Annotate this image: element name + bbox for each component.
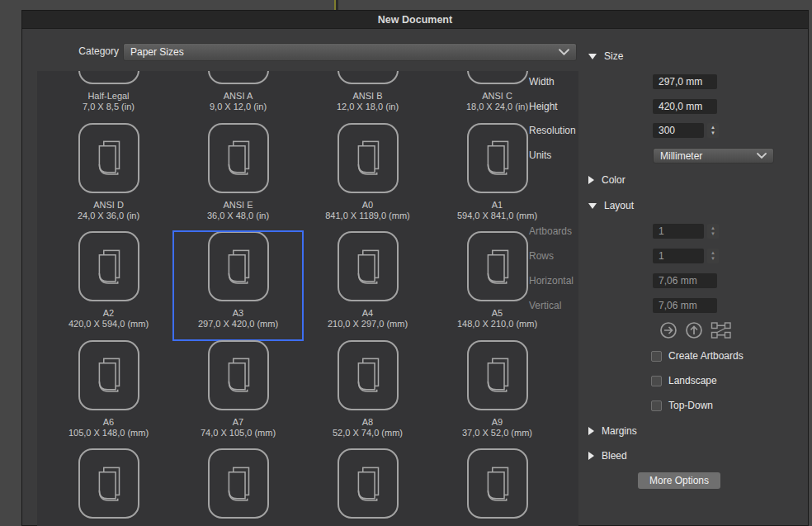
paper-size-dims: 52,0 X 74,0 (mm)	[303, 428, 432, 438]
landscape-checkbox[interactable]	[651, 376, 662, 386]
paper-size-item-ansi-d[interactable]: ANSI D 24,0 X 36,0 (in)	[44, 123, 173, 232]
paper-icon	[78, 123, 139, 193]
paper-size-name: A9	[432, 417, 562, 428]
grid-row: A2 420,0 X 594,0 (mm) A3 297,0 X 420,0 (…	[37, 231, 578, 340]
resolution-field[interactable]: 300	[653, 123, 704, 138]
artboards-stepper[interactable]: ▲▼	[707, 224, 719, 239]
paper-icon	[338, 340, 399, 410]
paper-icon	[467, 340, 528, 410]
paper-size-item-a8[interactable]: A8 52,0 X 74,0 (mm)	[303, 340, 432, 449]
paper-size-name: A2	[44, 308, 173, 319]
triangle-right-icon	[588, 176, 594, 184]
category-label: Category	[22, 45, 119, 57]
resolution-stepper[interactable]: ▲▼	[707, 123, 719, 138]
paper-icon	[338, 231, 399, 301]
vertical-field[interactable]: 7,06 mm	[653, 298, 717, 313]
paper-size-item-ansi-b[interactable]: ANSI B 12,0 X 18,0 (in)	[303, 71, 432, 123]
paper-size-item-a2[interactable]: A2 420,0 X 594,0 (mm)	[44, 231, 173, 340]
units-value: Millimeter	[660, 150, 757, 162]
paper-size-dims: 105,0 X 148,0 (mm)	[44, 428, 173, 438]
triangle-down-icon	[588, 203, 597, 209]
paper-size-item[interactable]	[303, 448, 432, 526]
rows-field[interactable]: 1	[653, 249, 704, 263]
top-down-checkbox[interactable]	[651, 400, 662, 411]
paper-size-dims: 297,0 X 420,0 (mm)	[173, 319, 303, 329]
grid-row	[37, 448, 578, 526]
section-header-layout[interactable]: Layout	[588, 200, 634, 211]
paper-size-grid[interactable]: Half-Legal 7,0 X 8,5 (in) ANSI A 9,0 X 1…	[37, 71, 578, 526]
layout-direction-icons	[659, 321, 732, 339]
paper-size-item-ansi-e[interactable]: ANSI E 36,0 X 48,0 (in)	[173, 123, 303, 232]
section-title: Bleed	[602, 450, 627, 462]
paper-size-dims: 24,0 X 36,0 (in)	[44, 211, 173, 221]
paper-size-name: A7	[173, 417, 303, 428]
create-artboards-checkbox[interactable]	[651, 351, 662, 362]
paper-size-name: ANSI D	[44, 200, 173, 211]
paper-size-item-a6[interactable]: A6 105,0 X 148,0 (mm)	[44, 340, 173, 449]
paper-icon	[338, 71, 399, 84]
section-header-size[interactable]: Size	[588, 50, 623, 62]
top-down-row: Top-Down	[651, 400, 713, 411]
paper-size-item[interactable]	[173, 448, 303, 526]
paper-size-name: A3	[173, 308, 303, 319]
paper-size-item-a7[interactable]: A7 74,0 X 105,0 (mm)	[173, 340, 303, 449]
dialog-titlebar[interactable]: New Document	[22, 11, 808, 29]
triangle-right-icon	[588, 452, 594, 460]
height-field[interactable]: 420,0 mm	[653, 99, 717, 114]
chevron-down-icon	[757, 153, 767, 159]
paper-icon	[78, 340, 139, 410]
landscape-label: Landscape	[668, 375, 717, 386]
paper-size-item-a9[interactable]: A9 37,0 X 52,0 (mm)	[432, 340, 562, 449]
paper-size-item-ansi-a[interactable]: ANSI A 9,0 X 12,0 (in)	[173, 71, 303, 123]
paper-size-item-half-legal[interactable]: Half-Legal 7,0 X 8,5 (in)	[44, 71, 173, 123]
units-dropdown[interactable]: Millimeter	[653, 148, 774, 163]
section-header-bleed[interactable]: Bleed	[588, 450, 627, 462]
triangle-down-icon	[588, 54, 597, 59]
paper-size-name: A4	[303, 308, 432, 319]
create-artboards-row: Create Artboards	[651, 350, 744, 362]
paper-icon	[467, 123, 528, 193]
top-down-label: Top-Down	[668, 400, 713, 411]
paper-icon	[467, 448, 528, 519]
paper-size-item-a3-selected[interactable]: A3 297,0 X 420,0 (mm)	[173, 231, 303, 340]
paper-size-name: A0	[303, 200, 432, 211]
paper-icon	[208, 123, 269, 193]
paper-icon	[338, 448, 399, 519]
section-header-margins[interactable]: Margins	[588, 425, 637, 437]
horizontal-field[interactable]: 7,06 mm	[653, 273, 717, 288]
paper-size-dims: 148,0 X 210,0 (mm)	[432, 319, 562, 329]
paper-icon	[78, 448, 139, 519]
paper-size-dims: 841,0 X 1189,0 (mm)	[303, 211, 432, 221]
paper-size-name: Half-Legal	[44, 91, 173, 102]
paper-size-dims: 210,0 X 297,0 (mm)	[303, 319, 432, 329]
settings-panel: Size Width 297,0 mm Height 420,0 mm Reso…	[578, 44, 806, 526]
arrow-up-circle-icon[interactable]	[685, 321, 703, 339]
section-header-color[interactable]: Color	[588, 174, 626, 186]
rows-stepper[interactable]: ▲▼	[707, 249, 719, 263]
flow-order-icon[interactable]	[710, 321, 732, 339]
paper-size-name: A6	[44, 417, 173, 428]
more-options-button[interactable]: More Options	[638, 472, 720, 489]
category-dropdown[interactable]: Paper Sizes	[123, 43, 577, 61]
category-row: Category Paper Sizes	[22, 43, 583, 61]
paper-size-item-a1[interactable]: A1 594,0 X 841,0 (mm)	[432, 123, 562, 232]
grid-row: ANSI D 24,0 X 36,0 (in) ANSI E 36,0 X 48…	[37, 123, 578, 232]
paper-size-dims: 36,0 X 48,0 (in)	[173, 211, 303, 221]
paper-size-name: ANSI E	[173, 200, 303, 211]
paper-icon	[208, 340, 269, 410]
section-title: Margins	[602, 425, 637, 437]
section-title: Size	[604, 50, 623, 62]
paper-size-item-a4[interactable]: A4 210,0 X 297,0 (mm)	[303, 231, 432, 340]
dialog-title: New Document	[378, 14, 452, 26]
width-field[interactable]: 297,0 mm	[653, 74, 717, 89]
paper-size-item[interactable]	[432, 448, 562, 526]
triangle-right-icon	[588, 427, 594, 435]
arrow-right-circle-icon[interactable]	[659, 321, 677, 339]
paper-size-item-a0[interactable]: A0 841,0 X 1189,0 (mm)	[303, 123, 432, 232]
paper-size-item[interactable]	[44, 448, 173, 526]
grid-row: Half-Legal 7,0 X 8,5 (in) ANSI A 9,0 X 1…	[37, 71, 578, 123]
section-title: Layout	[604, 200, 634, 211]
paper-size-name: ANSI B	[303, 91, 432, 102]
artboards-field[interactable]: 1	[653, 224, 704, 239]
chevron-down-icon	[559, 49, 569, 55]
